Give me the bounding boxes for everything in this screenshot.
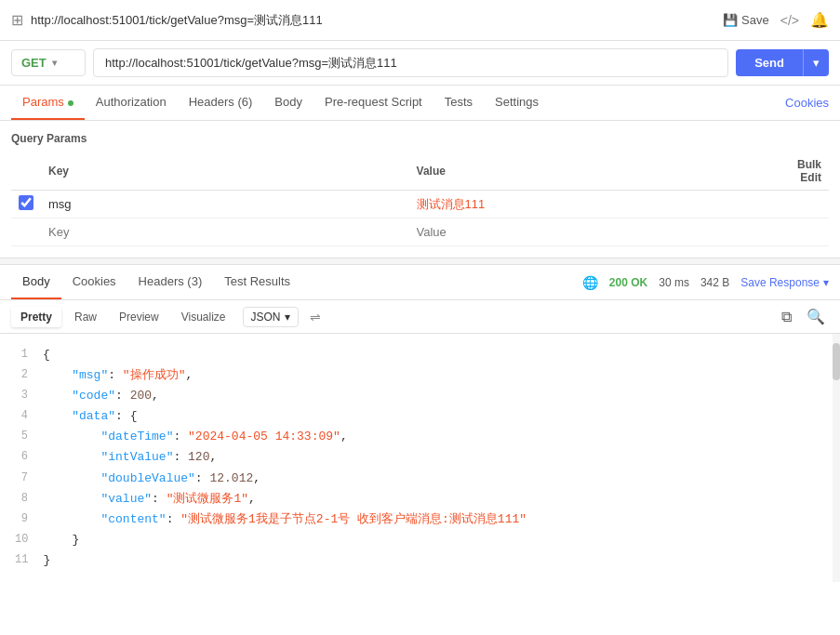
scrollbar-track[interactable] xyxy=(833,334,840,582)
url-bar-url: http://localhost:51001/tick/getValue?msg… xyxy=(31,12,723,29)
params-dot xyxy=(68,100,73,106)
copy-button[interactable]: ⧉ xyxy=(778,307,795,327)
code-button[interactable]: </> xyxy=(780,13,799,28)
json-line-4: 4 "data": { xyxy=(15,406,825,427)
tab-headers-label: Headers (6) xyxy=(189,95,253,109)
json-line-7: 7 "doubleValue": 12.012, xyxy=(15,469,825,489)
method-chevron-icon: ▾ xyxy=(52,58,57,68)
json-line-6: 6 "intValue": 120, xyxy=(15,447,825,468)
tab-settings[interactable]: Settings xyxy=(484,86,550,120)
response-tab-cookies-label: Cookies xyxy=(73,274,116,288)
request-tabs: Params Authorization Headers (6) Body Pr… xyxy=(0,86,840,121)
app-icon: ⊞ xyxy=(11,11,23,29)
col-key-header: Key xyxy=(41,152,409,191)
tab-body[interactable]: Body xyxy=(263,86,313,120)
response-tab-headers-label: Headers (3) xyxy=(139,274,203,288)
col-bulk-header: Bulk Edit xyxy=(777,152,829,191)
json-line-9: 9 "content": "测试微服务1我是子节点2-1号 收到客户端消息:测试… xyxy=(15,509,825,530)
save-icon: 💾 xyxy=(723,13,738,27)
save-button[interactable]: 💾 Save xyxy=(723,13,769,27)
json-line-3: 3 "code": 200, xyxy=(15,386,825,406)
format-visualize-button[interactable]: Visualize xyxy=(172,307,235,327)
status-time: 30 ms xyxy=(659,276,689,289)
notifications-icon[interactable]: 🔔 xyxy=(810,11,829,29)
param-value-empty-input[interactable] xyxy=(417,222,770,242)
request-line: GET ▾ Send ▾ xyxy=(0,41,840,86)
method-label: GET xyxy=(21,56,47,70)
json-line-1: 1 { xyxy=(15,345,825,365)
tab-right: Cookies xyxy=(785,96,829,110)
save-response-button[interactable]: Save Response ▾ xyxy=(740,276,829,289)
response-tabs: Body Cookies Headers (3) Test Results 🌐 … xyxy=(0,265,840,300)
response-status: 🌐 200 OK 30 ms 342 B Save Response ▾ xyxy=(582,275,829,290)
format-chevron-icon: ▾ xyxy=(285,311,290,324)
tab-prerequest[interactable]: Pre-request Script xyxy=(313,86,433,120)
json-line-10: 10 } xyxy=(15,530,825,550)
tab-authorization-label: Authorization xyxy=(96,95,167,109)
response-tab-cookies[interactable]: Cookies xyxy=(61,265,127,299)
json-line-5: 5 "dateTime": "2024-04-05 14:33:09", xyxy=(15,427,825,447)
tab-params[interactable]: Params xyxy=(11,86,85,120)
status-size: 342 B xyxy=(700,276,729,289)
tab-body-label: Body xyxy=(274,95,302,109)
send-button-group: Send ▾ xyxy=(736,49,829,76)
json-line-8: 8 "value": "测试微服务1", xyxy=(15,489,825,509)
param-value-input[interactable] xyxy=(417,194,770,214)
send-button[interactable]: Send xyxy=(736,49,803,76)
query-params-title: Query Params xyxy=(11,132,829,145)
send-dropdown-button[interactable]: ▾ xyxy=(803,49,829,76)
col-value-header: Value xyxy=(409,152,778,191)
tab-params-label: Params xyxy=(22,95,64,109)
json-view: 1 { 2 "msg": "操作成功", 3 "code": 200, 4 "d… xyxy=(0,334,840,582)
format-raw-button[interactable]: Raw xyxy=(65,307,106,327)
tab-settings-label: Settings xyxy=(495,95,539,109)
url-input[interactable] xyxy=(93,48,728,77)
response-tab-testresults[interactable]: Test Results xyxy=(213,265,301,299)
params-table: Key Value Bulk Edit xyxy=(11,152,829,246)
response-tab-body-label: Body xyxy=(22,274,50,288)
table-row-empty xyxy=(11,218,829,246)
globe-icon: 🌐 xyxy=(582,275,598,290)
tab-tests[interactable]: Tests xyxy=(433,86,484,120)
save-response-label: Save Response xyxy=(740,276,820,289)
format-pretty-button[interactable]: Pretty xyxy=(11,307,61,327)
tab-headers[interactable]: Headers (6) xyxy=(178,86,264,120)
response-tab-headers[interactable]: Headers (3) xyxy=(127,265,214,299)
format-type-select[interactable]: JSON ▾ xyxy=(243,307,299,327)
url-bar-actions: 💾 Save </> 🔔 xyxy=(723,11,829,29)
method-select[interactable]: GET ▾ xyxy=(11,49,86,76)
scrollbar-thumb[interactable] xyxy=(833,343,840,380)
param-key-input[interactable] xyxy=(48,194,402,214)
tab-prerequest-label: Pre-request Script xyxy=(325,95,422,109)
search-icon[interactable]: 🔍 xyxy=(803,306,829,327)
params-section: Query Params Key Value Bulk Edit xyxy=(0,121,840,258)
json-line-2: 2 "msg": "操作成功", xyxy=(15,365,825,386)
status-ok: 200 OK xyxy=(609,276,647,289)
format-bar: Pretty Raw Preview Visualize JSON ▾ ⇌ ⧉ … xyxy=(0,300,840,334)
save-response-chevron-icon: ▾ xyxy=(823,276,829,289)
format-preview-button[interactable]: Preview xyxy=(110,307,168,327)
filter-icon[interactable]: ⇌ xyxy=(310,310,321,324)
format-type-label: JSON xyxy=(251,311,281,324)
col-check-header xyxy=(11,152,41,191)
format-right-actions: ⧉ 🔍 xyxy=(778,306,829,327)
response-tab-testresults-label: Test Results xyxy=(224,274,290,288)
url-bar: ⊞ http://localhost:51001/tick/getValue?m… xyxy=(0,0,840,41)
section-divider xyxy=(0,258,840,265)
row-checkbox[interactable] xyxy=(19,195,33,210)
save-label: Save xyxy=(741,13,769,27)
table-row xyxy=(11,191,829,218)
response-tab-body[interactable]: Body xyxy=(11,265,61,299)
tab-authorization[interactable]: Authorization xyxy=(85,86,178,120)
tab-tests-label: Tests xyxy=(445,95,473,109)
cookies-button[interactable]: Cookies xyxy=(785,96,829,110)
json-line-11: 11 } xyxy=(15,550,825,571)
param-key-empty-input[interactable] xyxy=(48,222,402,242)
